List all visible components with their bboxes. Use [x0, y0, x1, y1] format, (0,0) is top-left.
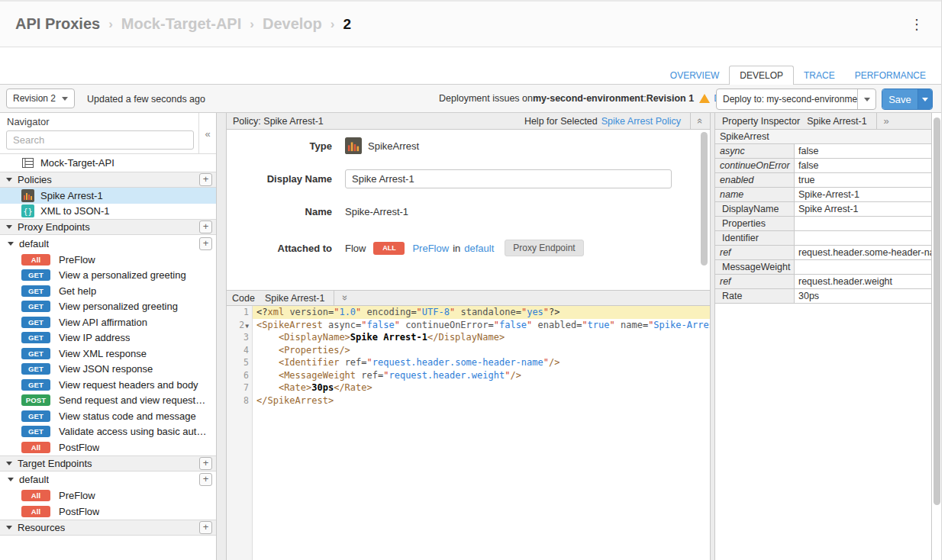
collapse-triangle-icon[interactable] — [6, 526, 12, 529]
nav-item-view-status-code-and-message[interactable]: GETView status code and message — [0, 408, 216, 424]
proxy-endpoint-chip[interactable]: Proxy Endpoint — [505, 240, 583, 256]
collapse-triangle-icon[interactable] — [8, 478, 14, 481]
form-scrollbar[interactable] — [701, 132, 708, 266]
add-button[interactable]: + — [199, 521, 212, 534]
code-line[interactable]: 4 <Properties/> — [227, 344, 710, 357]
collapse-right-icon[interactable]: » — [884, 116, 889, 126]
property-row[interactable]: refrequest.header.some-header-name — [715, 246, 931, 260]
property-value[interactable]: false — [795, 144, 931, 158]
property-row[interactable]: Rate30ps — [715, 289, 931, 304]
save-dropdown-arrow[interactable] — [917, 89, 932, 109]
code-line[interactable]: 3 <DisplayName>Spike Arrest-1</DisplayNa… — [227, 331, 710, 344]
deploy-select[interactable]: Deploy to: my-second-environment — [716, 89, 876, 110]
panel-collapse-strip[interactable]: « — [690, 113, 710, 129]
property-row[interactable]: Properties — [715, 217, 931, 231]
nav-item-view-ip-address[interactable]: GETView IP address — [0, 330, 216, 346]
nav-item-view-xml-response[interactable]: GETView XML response — [0, 346, 216, 362]
property-row[interactable]: asyncfalse — [715, 144, 931, 159]
nav-item-mock-target-api[interactable]: Mock-Target-API — [0, 154, 216, 172]
property-value[interactable] — [795, 260, 931, 274]
property-value[interactable] — [795, 231, 931, 245]
nav-item-view-api-affirmation[interactable]: GETView API affirmation — [0, 314, 216, 330]
code-line[interactable]: 6 <MessageWeight ref="request.header.wei… — [227, 369, 710, 382]
search-input[interactable] — [6, 130, 194, 150]
property-row[interactable]: refrequest.header.weight — [715, 275, 931, 289]
nav-item-validate-access-using-basic-aut[interactable]: GETValidate access using basic aut… — [0, 424, 216, 440]
breadcrumb-proxy-name[interactable]: Mock-Target-API — [121, 15, 241, 33]
nav-item-send-request-and-view-request[interactable]: POSTSend request and view request… — [0, 393, 216, 409]
navigator-collapse-strip[interactable]: « — [198, 113, 216, 154]
preflow-link[interactable]: PreFlow — [412, 243, 449, 254]
collapse-triangle-icon[interactable] — [6, 225, 12, 229]
property-value[interactable]: request.header.weight — [795, 275, 931, 288]
nav-item-spike-arrest-1[interactable]: Spike Arrest-1 — [0, 188, 216, 204]
property-row[interactable]: Identifier — [715, 231, 931, 246]
property-row[interactable]: nameSpike-Arrest-1 — [715, 188, 931, 202]
nav-section-proxy-endpoints[interactable]: Proxy Endpoints+ — [0, 219, 216, 235]
property-value[interactable]: Spike-Arrest-1 — [795, 188, 931, 201]
property-value[interactable]: true — [795, 173, 931, 187]
collapse-up-icon[interactable]: « — [695, 118, 705, 124]
nav-item-preflow[interactable]: AllPreFlow — [0, 488, 216, 504]
property-value[interactable]: request.header.some-header-name — [795, 246, 931, 259]
property-value[interactable]: Spike Arrest-1 — [795, 202, 931, 216]
add-button[interactable]: + — [199, 457, 212, 470]
nav-section-policies[interactable]: Policies+ — [0, 172, 216, 188]
tab-develop[interactable]: DEVELOP — [729, 66, 794, 85]
property-row[interactable]: enabledtrue — [715, 173, 931, 188]
nav-item-view-a-personalized-greeting[interactable]: GETView a personalized greeting — [0, 268, 216, 284]
add-button[interactable]: + — [199, 237, 212, 250]
code-collapse-strip[interactable]: « — [334, 291, 353, 305]
breadcrumb-api-proxies[interactable]: API Proxies — [15, 15, 100, 33]
property-value[interactable]: 30ps — [795, 289, 931, 303]
nav-item-view-request-headers-and-body[interactable]: GETView request headers and body — [0, 377, 216, 393]
tab-overview[interactable]: OVERVIEW — [660, 66, 729, 85]
nav-section-resources[interactable]: Resources+ — [0, 520, 216, 536]
nav-item-preflow[interactable]: AllPreFlow — [0, 252, 216, 268]
nav-item-postflow[interactable]: AllPostFlow — [0, 504, 216, 520]
save-button[interactable]: Save — [882, 89, 933, 110]
tab-trace[interactable]: TRACE — [794, 66, 845, 85]
default-endpoint-link[interactable]: default — [464, 243, 494, 254]
kebab-menu-icon[interactable]: ⋮ — [910, 15, 924, 34]
code-line[interactable]: 1<?xml version="1.0" encoding="UTF-8" st… — [227, 306, 710, 319]
nav-subsection-default[interactable]: default+ — [0, 235, 216, 252]
panel-divider[interactable] — [710, 113, 715, 560]
code-line[interactable]: 5 <Identifier ref="request.header.some-h… — [227, 356, 710, 369]
code-line[interactable]: 8</SpikeArrest> — [227, 394, 710, 407]
collapse-triangle-icon[interactable] — [6, 178, 12, 182]
nav-subsection-default[interactable]: default+ — [0, 471, 216, 488]
nav-item-get-help[interactable]: GETGet help — [0, 283, 216, 299]
nav-item-postflow[interactable]: AllPostFlow — [0, 439, 216, 455]
code-editor[interactable]: 1<?xml version="1.0" encoding="UTF-8" st… — [227, 306, 710, 560]
nav-section-target-endpoints[interactable]: Target Endpoints+ — [0, 455, 216, 471]
breadcrumb-develop[interactable]: Develop — [263, 15, 322, 33]
code-line[interactable]: 7 <Rate>30ps</Rate> — [227, 381, 710, 394]
fold-triangle-icon[interactable]: ▼ — [245, 323, 249, 330]
add-button[interactable]: + — [199, 220, 212, 233]
property-scrollbar-thumb[interactable] — [933, 117, 940, 505]
save-button-label[interactable]: Save — [882, 89, 917, 109]
code-line[interactable]: 2▼<SpikeArrest async="false" continueOnE… — [227, 319, 710, 332]
add-button[interactable]: + — [199, 473, 212, 486]
add-button[interactable]: + — [199, 173, 212, 186]
revision-select[interactable]: Revision 2 — [6, 89, 75, 108]
property-row[interactable]: MessageWeight — [715, 260, 931, 275]
collapse-triangle-icon[interactable] — [8, 242, 14, 246]
property-row[interactable]: continueOnErrorfalse — [715, 159, 931, 173]
nav-item-view-json-response[interactable]: GETView JSON response — [0, 362, 216, 378]
nav-item-view-personalized-greeting[interactable]: GETView personalized greeting — [0, 299, 216, 315]
tab-performance[interactable]: PERFORMANCE — [845, 66, 936, 85]
property-row[interactable]: SpikeArrest — [715, 130, 931, 144]
display-name-input[interactable] — [345, 169, 672, 188]
collapse-down-icon[interactable]: « — [339, 295, 349, 301]
property-collapse-strip[interactable]: » — [876, 113, 896, 129]
property-row[interactable]: DisplayNameSpike Arrest-1 — [715, 202, 931, 217]
help-link[interactable]: Spike Arrest Policy — [601, 116, 681, 127]
collapse-left-icon[interactable]: « — [205, 129, 210, 139]
property-value[interactable] — [795, 217, 931, 230]
collapse-triangle-icon[interactable] — [6, 462, 12, 465]
deploy-select-arrow[interactable] — [857, 89, 875, 109]
nav-item-xml-to-json-1[interactable]: {}XML to JSON-1 — [0, 204, 216, 220]
property-scrollbar-track[interactable] — [932, 113, 941, 560]
